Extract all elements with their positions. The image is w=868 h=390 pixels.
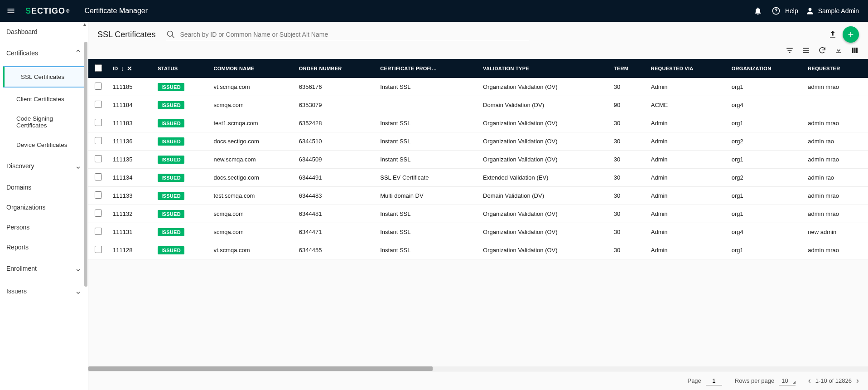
row-checkbox[interactable] (95, 228, 102, 235)
clear-sort-icon[interactable]: ✕ (127, 65, 132, 72)
certificates-table: ID ↓ ✕ STATUS COMMON NAME ORDER NUMBER C… (88, 59, 868, 259)
table-row[interactable]: 111184ISSUEDscmqa.com6353079Domain Valid… (88, 96, 868, 114)
help-label[interactable]: Help (785, 7, 798, 15)
upload-button[interactable] (828, 30, 837, 39)
sidebar-item-code-signing-certificates[interactable]: Code Signing Certificates (0, 109, 88, 135)
table-row[interactable]: 111135ISSUEDnew.scmqa.com6344509Instant … (88, 151, 868, 169)
col-validation-type[interactable]: VALIDATION TYPE (478, 59, 609, 78)
col-requested-via[interactable]: REQUESTED VIA (646, 59, 727, 78)
cell-requester: admin mrao (803, 151, 868, 169)
cell-order: 6353079 (294, 96, 376, 114)
next-page-button[interactable]: › (856, 376, 859, 385)
col-order-number[interactable]: ORDER NUMBER (294, 59, 376, 78)
cell-order: 6352428 (294, 114, 376, 132)
cell-via: Admin (646, 241, 727, 259)
cell-validation: Organization Validation (OV) (478, 78, 609, 96)
cell-common-name: test.scmqa.com (209, 187, 294, 205)
col-status[interactable]: STATUS (153, 59, 209, 78)
horizontal-scrollbar[interactable] (88, 366, 868, 371)
col-common-name[interactable]: COMMON NAME (209, 59, 294, 78)
sidebar-item-persons[interactable]: Persons (0, 217, 88, 237)
prev-page-button[interactable]: ‹ (808, 376, 811, 385)
row-checkbox[interactable] (95, 191, 102, 199)
row-checkbox[interactable] (95, 83, 102, 90)
sidebar-item-device-certificates[interactable]: Device Certificates (0, 135, 88, 155)
sidebar-item-ssl-certificates[interactable]: SSL Certificates (3, 66, 85, 88)
bell-icon (753, 6, 762, 15)
row-checkbox[interactable] (95, 119, 102, 126)
sidebar-item-reports[interactable]: Reports (0, 237, 88, 257)
cell-common-name: vt.scmqa.com (209, 78, 294, 96)
hamburger-menu-button[interactable] (0, 0, 22, 22)
cell-status: ISSUED (153, 151, 209, 169)
sidebar-item-label: Enrollment (6, 265, 37, 272)
table-row[interactable]: 111136ISSUEDdocs.sectigo.com6344510Insta… (88, 132, 868, 151)
sidebar-item-label: Discovery (6, 162, 34, 170)
sidebar-item-enrollment[interactable]: Enrollment⌄ (0, 257, 88, 280)
scrollbar-thumb[interactable] (88, 366, 433, 371)
col-id[interactable]: ID ↓ ✕ (108, 59, 153, 78)
table-row[interactable]: 111133ISSUEDtest.scmqa.com6344483Multi d… (88, 187, 868, 205)
cell-validation: Organization Validation (OV) (478, 132, 609, 151)
row-checkbox[interactable] (95, 173, 102, 180)
sidebar-item-dashboard[interactable]: Dashboard (0, 22, 88, 42)
add-button[interactable]: + (843, 26, 859, 43)
table-row[interactable]: 111134ISSUEDdocs.sectigo.com6344491SSL E… (88, 169, 868, 187)
download-button[interactable] (834, 46, 843, 54)
sidebar-item-discovery[interactable]: Discovery⌄ (0, 155, 88, 177)
filter-button[interactable] (786, 46, 794, 54)
table-row[interactable]: 111183ISSUEDtest1.scmqa.com6352428Instan… (88, 114, 868, 132)
sidebar-item-label: Dashboard (6, 28, 38, 35)
col-organization[interactable]: ORGANIZATION (727, 59, 804, 78)
status-badge: ISSUED (158, 228, 184, 236)
row-checkbox[interactable] (95, 137, 102, 144)
table-row[interactable]: 111128ISSUEDvt.scmqa.com6344455Instant S… (88, 241, 868, 259)
col-cert-profile[interactable]: CERTIFICATE PROFI… (376, 59, 478, 78)
cell-org: org1 (727, 151, 804, 169)
row-checkbox[interactable] (95, 246, 102, 253)
brand-suffix: ® (66, 9, 70, 14)
row-checkbox[interactable] (95, 210, 102, 217)
rows-per-page-select[interactable]: 10 (779, 376, 795, 385)
row-checkbox[interactable] (95, 155, 102, 162)
status-badge: ISSUED (158, 83, 184, 91)
table-container: ID ↓ ✕ STATUS COMMON NAME ORDER NUMBER C… (88, 59, 868, 366)
chevron-down-icon: ⌄ (75, 161, 82, 171)
sidebar-item-issuers[interactable]: Issuers⌄ (0, 280, 88, 302)
table-toolbar (88, 44, 868, 59)
table-row[interactable]: 111185ISSUEDvt.scmqa.com6356176Instant S… (88, 78, 868, 96)
cell-org: org4 (727, 96, 804, 114)
sidebar-item-certificates[interactable]: Certificates⌃ (0, 42, 88, 64)
select-all-checkbox[interactable] (95, 64, 102, 72)
col-label: ORDER NUMBER (299, 66, 342, 71)
sidebar-scroll-up[interactable]: ▲ (82, 22, 88, 28)
search-field[interactable] (166, 28, 529, 41)
col-term[interactable]: TERM (609, 59, 646, 78)
col-requester[interactable]: REQUESTER (803, 59, 868, 78)
row-checkbox[interactable] (95, 101, 102, 108)
page-label: Page (687, 377, 701, 384)
sidebar-scrollbar[interactable] (84, 42, 87, 287)
sidebar-item-client-certificates[interactable]: Client Certificates (0, 89, 88, 109)
notifications-button[interactable] (749, 2, 767, 20)
cell-org: org1 (727, 187, 804, 205)
sidebar-item-organizations[interactable]: Organizations (0, 197, 88, 217)
cell-order: 6344481 (294, 205, 376, 223)
table-row[interactable]: 111131ISSUEDscmqa.com6344471Instant SSLO… (88, 223, 868, 241)
table-body: 111185ISSUEDvt.scmqa.com6356176Instant S… (88, 78, 868, 259)
cell-via: Admin (646, 223, 727, 241)
list-view-button[interactable] (802, 46, 810, 54)
status-badge: ISSUED (158, 246, 184, 254)
search-input[interactable] (180, 31, 529, 38)
cell-status: ISSUED (153, 114, 209, 132)
svg-point-2 (808, 8, 811, 11)
help-button[interactable] (767, 2, 785, 20)
refresh-button[interactable] (818, 46, 826, 54)
user-menu[interactable]: Sample Admin (805, 6, 859, 15)
page-input[interactable] (706, 376, 722, 385)
cell-profile (376, 96, 478, 114)
sidebar-item-domains[interactable]: Domains (0, 177, 88, 197)
columns-button[interactable] (851, 46, 859, 54)
cell-id: 111133 (108, 187, 153, 205)
table-row[interactable]: 111132ISSUEDscmqa.com6344481Instant SSLO… (88, 205, 868, 223)
